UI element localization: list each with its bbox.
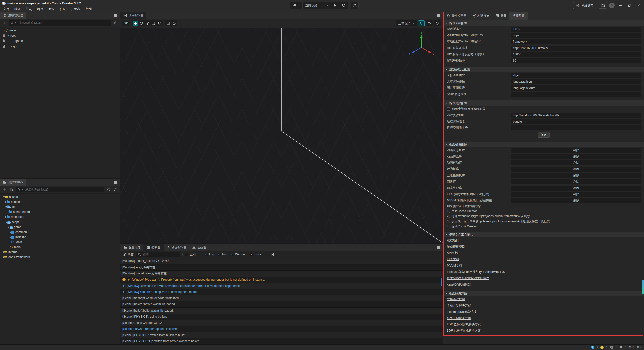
expand-arrow-icon[interactable] bbox=[5, 206, 7, 208]
doc-link[interactable]: 全栈开发解决方案 bbox=[447, 303, 471, 308]
console-search[interactable] bbox=[136, 252, 180, 257]
remove-module-button[interactable]: 剔除 bbox=[511, 160, 641, 165]
snapsq-button[interactable] bbox=[165, 21, 171, 26]
tab-服务[interactable]: 服务 bbox=[493, 12, 509, 20]
doc-link[interactable]: 2D角色扮演游戏解决方案 bbox=[447, 322, 481, 327]
menu-item[interactable]: 帮助 bbox=[83, 7, 94, 11]
console-row[interactable]: [Window] Download the Vue Devtools exten… bbox=[120, 283, 443, 289]
asset-node[interactable]: main bbox=[0, 245, 120, 250]
clear-console-button[interactable]: 清空 bbox=[123, 252, 134, 257]
expand-arrow-icon[interactable] bbox=[7, 35, 9, 36]
doc-link[interactable]: Tiledmap地图解决方案 bbox=[447, 310, 477, 314]
field-input[interactable] bbox=[511, 85, 641, 91]
field-input[interactable] bbox=[511, 73, 641, 78]
filter-log[interactable]: Log bbox=[205, 253, 214, 256]
help-button[interactable]: ? bbox=[609, 3, 615, 8]
section-header[interactable]: 游戏基础配置 bbox=[443, 20, 644, 26]
tab-scene-editor[interactable]: 场景编辑器 bbox=[120, 12, 146, 19]
menu-item[interactable]: 文件 bbox=[1, 7, 12, 11]
console-row[interactable]: [Scene] meshopt wasm decoder initialized bbox=[120, 295, 443, 301]
menu-item[interactable]: 扩展 bbox=[57, 7, 68, 11]
tab-资源预览[interactable]: 资源预览 bbox=[120, 244, 143, 251]
asset-node[interactable]: assets bbox=[0, 194, 120, 199]
remove-module-button[interactable]: 剔除 bbox=[511, 179, 641, 184]
add-asset-button[interactable] bbox=[2, 187, 7, 192]
console-row[interactable]: [Scene] [bullet]:bullet wasm lib loaded. bbox=[120, 308, 443, 314]
play-button[interactable] bbox=[331, 2, 339, 9]
console-row[interactable]: [Window] model_view文件夹存在 bbox=[120, 271, 443, 277]
rect-tool-button[interactable] bbox=[151, 21, 156, 26]
hierarchy-search-input[interactable] bbox=[18, 21, 109, 25]
expand-chevron-icon[interactable] bbox=[123, 285, 124, 287]
snaprot-button[interactable] bbox=[171, 21, 177, 26]
info-count-icon[interactable]: i bbox=[591, 346, 594, 349]
console-row[interactable]: ![Window] [Vue warn]: Property "onInput"… bbox=[120, 277, 443, 283]
expand-chevron-icon[interactable] bbox=[123, 291, 124, 293]
tab-控制台[interactable]: 控制台 bbox=[143, 244, 164, 251]
assets-search-input[interactable] bbox=[24, 188, 102, 192]
log-file-button[interactable] bbox=[270, 252, 275, 257]
hierarchy-node[interactable]: game bbox=[0, 38, 120, 43]
menu-item[interactable]: 编辑 bbox=[12, 7, 23, 11]
asset-node[interactable]: bundle bbox=[0, 199, 120, 204]
error-count-icon[interactable]: × bbox=[610, 346, 613, 349]
console-row[interactable]: [Scene] [box2d]:box2d wasm lib loaded. bbox=[120, 301, 443, 308]
preview-target-dropdown[interactable] bbox=[290, 2, 302, 9]
warning-count-icon[interactable]: ! bbox=[600, 346, 604, 349]
remove-module-button[interactable]: 剔除 bbox=[511, 198, 641, 203]
add-node-button[interactable] bbox=[2, 20, 7, 25]
rotate-tool-button[interactable] bbox=[139, 21, 144, 26]
doc-link[interactable]: 原生包热更新配置自动生成插件 bbox=[447, 276, 489, 280]
field-input[interactable] bbox=[511, 119, 641, 124]
config-checkbox-row[interactable]: 游戏中资源是否远程加载 bbox=[443, 106, 644, 112]
collapse-arrow-icon[interactable] bbox=[11, 45, 12, 47]
save-button[interactable]: 保存 bbox=[538, 132, 550, 138]
close-button[interactable] bbox=[635, 3, 642, 8]
scene-light-toggle[interactable] bbox=[418, 20, 425, 26]
field-input[interactable] bbox=[511, 79, 641, 84]
menu-item[interactable]: 项目 bbox=[34, 7, 46, 11]
field-input[interactable] bbox=[511, 46, 641, 51]
build-publish-button[interactable]: 构建发布 bbox=[573, 2, 596, 9]
remove-module-button[interactable]: 剔除 bbox=[511, 192, 641, 197]
panel-menu-icon[interactable] bbox=[114, 15, 117, 16]
console-row[interactable]: [Scene] [PHYSICS]: switch from builtin t… bbox=[120, 332, 443, 338]
expand-arrow-icon[interactable] bbox=[5, 222, 7, 223]
inspector-scrollbar[interactable] bbox=[642, 280, 644, 294]
scene-settings-button[interactable] bbox=[434, 20, 441, 26]
regex-checkbox[interactable]: 正则 bbox=[185, 252, 196, 257]
doc-link[interactable]: 游戏模板项目 bbox=[447, 245, 465, 249]
doc-link[interactable]: Excel格式转Json文件与TypeScript代码工具 bbox=[447, 270, 505, 274]
remove-module-button[interactable]: 剔除 bbox=[511, 167, 641, 172]
tab-属性检查器[interactable]: 属性检查器 bbox=[443, 12, 469, 20]
bell-icon[interactable] bbox=[620, 346, 623, 349]
filter-info[interactable]: Info bbox=[218, 253, 227, 256]
console-row[interactable]: [Scene] Forward render pipeline initiali… bbox=[120, 326, 443, 332]
filter-error[interactable]: Error bbox=[250, 253, 261, 256]
remove-module-button[interactable]: 剔除 bbox=[511, 173, 641, 178]
scene-select-dropdown[interactable]: 当前场景 bbox=[302, 2, 331, 9]
doc-link[interactable]: 动画状态机编辑器 bbox=[447, 282, 471, 287]
field-input[interactable] bbox=[511, 113, 641, 118]
tab-框架配置[interactable]: 框架配置 bbox=[509, 12, 528, 20]
asset-node[interactable]: common bbox=[0, 230, 120, 235]
hierarchy-node[interactable]: gui bbox=[0, 43, 120, 49]
render-mode-dropdown[interactable]: 正常渲染 bbox=[396, 20, 417, 26]
3d-mode-toggle[interactable]: 3D bbox=[122, 21, 130, 26]
ui-tool-button[interactable] bbox=[157, 21, 162, 26]
tab-assets[interactable]: 资源管理器 bbox=[0, 179, 26, 186]
field-input[interactable] bbox=[511, 92, 641, 97]
menu-item[interactable]: 开发者 bbox=[68, 7, 83, 11]
doc-link[interactable]: 战棋游戏框架 bbox=[447, 297, 465, 301]
move-tool-button[interactable] bbox=[133, 21, 138, 26]
remove-module-button[interactable]: 剔除 bbox=[511, 186, 641, 191]
console-row[interactable]: [Scene] [PHYSICS2D]: switch from box2d-w… bbox=[120, 338, 443, 345]
console-row[interactable]: [Window] ecs文件夹存在 bbox=[120, 265, 443, 271]
asset-node[interactable]: initialize bbox=[0, 235, 120, 240]
asset-node[interactable]: internal bbox=[0, 250, 120, 255]
section-header[interactable]: 框架解决方案 bbox=[443, 291, 644, 296]
open-project-folder-button[interactable] bbox=[599, 2, 607, 9]
menu-item[interactable]: 节点 bbox=[23, 7, 34, 11]
field-input[interactable] bbox=[511, 39, 641, 44]
asset-node[interactable]: script bbox=[0, 220, 120, 225]
